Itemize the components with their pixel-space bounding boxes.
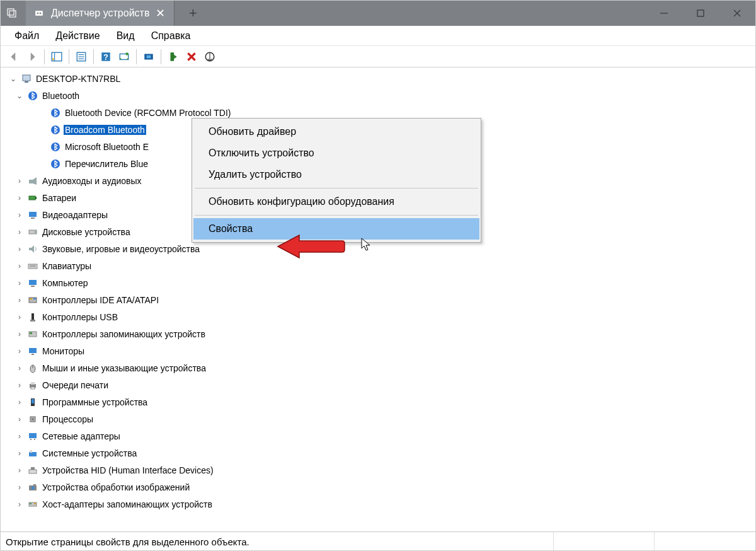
disable-device-button[interactable]: [202, 49, 218, 65]
svg-rect-52: [29, 348, 37, 353]
menu-action[interactable]: Действие: [48, 28, 107, 44]
svg-rect-66: [29, 452, 37, 456]
chevron-down-icon[interactable]: ⌄: [14, 91, 25, 101]
toolbar-separator: [161, 49, 161, 64]
enable-device-button[interactable]: [165, 49, 181, 65]
chevron-right-icon[interactable]: ›: [14, 380, 25, 390]
ctx-item-uninstall-device[interactable]: Удалить устройство: [193, 164, 479, 185]
tree-category[interactable]: ›Мониторы: [6, 342, 755, 359]
chevron-right-icon[interactable]: ›: [14, 244, 25, 254]
tree-category-bluetooth[interactable]: ⌄ Bluetooth: [6, 87, 755, 104]
chevron-right-icon[interactable]: ›: [14, 431, 25, 441]
menu-bar: Файл Действие Вид Справка: [1, 26, 755, 46]
svg-rect-37: [31, 218, 35, 219]
tree-category[interactable]: ›Контроллеры запоминающих устройств: [6, 325, 755, 342]
device-category-icon: [27, 328, 38, 340]
device-tree[interactable]: ⌄ DESKTOP-KTN7RBL ⌄ Bluetooth Bluetooth …: [1, 67, 755, 531]
tree-category[interactable]: ›Процессоры: [6, 410, 755, 427]
window-titlebar: Диспетчер устройств ✕ +: [1, 1, 755, 26]
device-category-icon: [27, 277, 38, 289]
tree-category[interactable]: ›Клавиатуры: [6, 257, 755, 274]
chevron-right-icon[interactable]: ›: [14, 193, 25, 203]
chevron-right-icon[interactable]: ›: [14, 312, 25, 322]
chevron-down-icon[interactable]: ⌄: [8, 74, 18, 84]
status-cell: [655, 532, 755, 551]
ctx-item-update-driver[interactable]: Обновить драйвер: [193, 121, 479, 142]
close-tab-icon[interactable]: ✕: [156, 6, 165, 20]
tree-category-label: Очереди печати: [41, 380, 110, 390]
tree-category[interactable]: ›Устройства обработки изображений: [6, 478, 755, 496]
svg-text:?: ?: [103, 52, 108, 61]
chevron-right-icon[interactable]: ›: [14, 210, 25, 220]
chevron-right-icon[interactable]: ›: [14, 227, 25, 237]
chevron-right-icon[interactable]: ›: [14, 278, 25, 288]
tree-category[interactable]: ›Программные устройства: [6, 393, 755, 410]
chevron-right-icon[interactable]: ›: [14, 397, 25, 407]
update-driver-button[interactable]: [140, 49, 157, 65]
tree-category[interactable]: ›Системные устройства: [6, 444, 755, 461]
chevron-right-icon[interactable]: ›: [14, 176, 25, 186]
nav-back-button[interactable]: [6, 49, 22, 65]
tree-root[interactable]: ⌄ DESKTOP-KTN7RBL: [6, 70, 755, 87]
device-category-icon: [27, 380, 38, 391]
new-tab-button[interactable]: +: [178, 5, 207, 21]
svg-rect-62: [32, 418, 34, 420]
svg-point-19: [125, 52, 129, 55]
tree-category[interactable]: ›Очереди печати: [6, 376, 755, 393]
chevron-right-icon[interactable]: ›: [14, 465, 25, 475]
menu-view[interactable]: Вид: [109, 28, 142, 44]
show-hide-tree-button[interactable]: [49, 49, 65, 65]
svg-rect-26: [23, 75, 30, 81]
tree-category[interactable]: ›Хост-адаптеры запоминающих устройств: [6, 496, 755, 513]
tree-category[interactable]: ›Сетевые адаптеры: [6, 427, 755, 444]
tree-category-label: Дисковые устройства: [41, 227, 132, 237]
svg-rect-58: [31, 387, 35, 389]
tree-category[interactable]: ›Контроллеры USB: [6, 308, 755, 325]
device-category-icon: [27, 311, 38, 323]
nav-forward-button[interactable]: [24, 49, 40, 65]
maximize-button[interactable]: [682, 1, 719, 26]
tree-category[interactable]: ›Компьютер: [6, 274, 755, 291]
tree-category-label: Сетевые адаптеры: [41, 431, 122, 441]
ctx-item-scan-hardware[interactable]: Обновить конфигурацию оборудования: [193, 191, 479, 212]
tree-spacer: [37, 159, 47, 169]
tree-category-label: Программные устройства: [41, 397, 149, 407]
menu-file[interactable]: Файл: [7, 28, 47, 44]
svg-rect-48: [32, 313, 34, 320]
svg-rect-21: [147, 55, 151, 58]
chevron-right-icon[interactable]: ›: [14, 414, 25, 424]
tree-category[interactable]: ›Мыши и иные указывающие устройства: [6, 359, 755, 376]
svg-rect-63: [29, 433, 37, 438]
scan-hardware-button[interactable]: [116, 49, 132, 65]
chevron-right-icon[interactable]: ›: [14, 329, 25, 339]
help-button[interactable]: ?: [98, 49, 114, 65]
menu-help[interactable]: Справка: [144, 28, 198, 44]
uninstall-device-button[interactable]: [183, 49, 200, 65]
minimize-button[interactable]: [646, 1, 682, 26]
context-menu-separator: [195, 188, 478, 188]
tree-spacer: [37, 125, 47, 135]
tree-category[interactable]: ›Устройства HID (Human Interface Devices…: [6, 461, 755, 478]
tree-category-label: Контроллеры запоминающих устройств: [41, 329, 207, 339]
svg-rect-51: [30, 332, 32, 334]
svg-rect-36: [29, 212, 37, 217]
tab-device-manager[interactable]: Диспетчер устройств ✕: [26, 1, 175, 26]
tree-category[interactable]: ›Звуковые, игровые и видеоустройства: [6, 240, 755, 257]
properties-button[interactable]: [73, 49, 89, 65]
chevron-right-icon[interactable]: ›: [14, 363, 25, 373]
chevron-right-icon[interactable]: ›: [14, 295, 25, 305]
chevron-right-icon[interactable]: ›: [14, 261, 25, 271]
chevron-right-icon[interactable]: ›: [14, 482, 25, 492]
tree-category[interactable]: ›Контроллеры IDE ATA/ATAPI: [6, 291, 755, 308]
close-window-button[interactable]: [719, 1, 755, 26]
ctx-item-disable-device[interactable]: Отключить устройство: [193, 142, 479, 164]
svg-point-4: [40, 13, 41, 14]
svg-rect-64: [30, 439, 32, 440]
svg-rect-33: [29, 180, 33, 183]
svg-rect-44: [31, 286, 35, 287]
chevron-right-icon[interactable]: ›: [14, 448, 25, 458]
chevron-right-icon[interactable]: ›: [14, 346, 25, 356]
svg-rect-34: [29, 196, 35, 200]
tree-category-label: Звуковые, игровые и видеоустройства: [41, 244, 201, 254]
chevron-right-icon[interactable]: ›: [14, 499, 25, 509]
